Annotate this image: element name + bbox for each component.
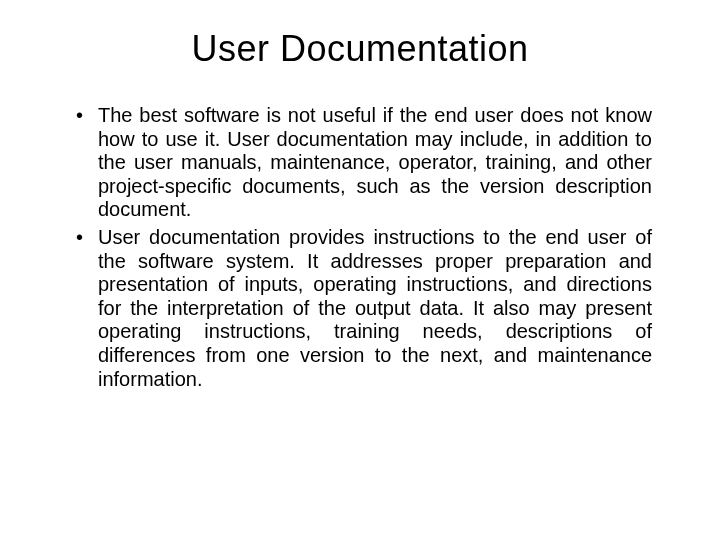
list-item: User documentation provides instructions… bbox=[68, 226, 652, 391]
bullet-list: The best software is not useful if the e… bbox=[68, 104, 652, 391]
slide-title: User Documentation bbox=[68, 28, 652, 70]
list-item: The best software is not useful if the e… bbox=[68, 104, 652, 222]
